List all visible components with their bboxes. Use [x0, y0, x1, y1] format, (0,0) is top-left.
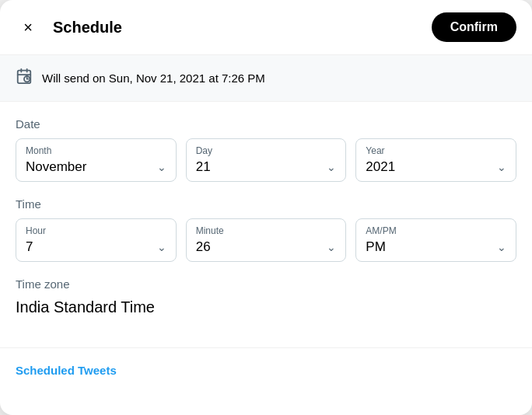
month-label: Month	[26, 145, 166, 156]
hour-value: 7	[26, 239, 33, 255]
ampm-dropdown[interactable]: AM/PM PM ⌄	[355, 218, 516, 262]
ampm-chevron-icon: ⌄	[497, 241, 506, 253]
day-label: Day	[196, 145, 337, 156]
modal-header: × Schedule Confirm	[0, 0, 532, 55]
date-section: Date Month November ⌄ Day 21 ⌄	[16, 117, 516, 182]
day-value: 21	[196, 159, 211, 175]
year-label: Year	[366, 145, 506, 156]
close-button[interactable]: ×	[16, 15, 40, 40]
timezone-label: Time zone	[16, 277, 516, 291]
header-left: × Schedule	[16, 15, 122, 40]
timezone-value: India Standard Time	[16, 298, 516, 316]
time-dropdowns: Hour 7 ⌄ Minute 26 ⌄ AM/PM	[16, 218, 516, 262]
timezone-section: Time zone India Standard Time	[16, 277, 516, 316]
day-row: 21 ⌄	[196, 159, 337, 175]
hour-dropdown[interactable]: Hour 7 ⌄	[16, 218, 177, 262]
close-icon: ×	[23, 19, 33, 37]
minute-label: Minute	[196, 225, 337, 236]
schedule-text: Will send on Sun, Nov 21, 2021 at 7:26 P…	[42, 71, 265, 85]
minute-row: 26 ⌄	[196, 239, 337, 255]
month-chevron-icon: ⌄	[157, 161, 166, 173]
calendar-clock-icon	[16, 68, 33, 89]
time-section: Time Hour 7 ⌄ Minute 26 ⌄	[16, 197, 516, 262]
day-chevron-icon: ⌄	[327, 161, 336, 173]
ampm-label: AM/PM	[366, 225, 506, 236]
modal-footer: Scheduled Tweets	[0, 347, 532, 393]
date-label: Date	[16, 117, 516, 131]
scheduled-tweets-link[interactable]: Scheduled Tweets	[16, 364, 117, 377]
month-value: November	[26, 159, 86, 175]
year-value: 2021	[366, 159, 395, 175]
day-dropdown[interactable]: Day 21 ⌄	[186, 138, 347, 182]
schedule-info-bar: Will send on Sun, Nov 21, 2021 at 7:26 P…	[0, 55, 532, 102]
confirm-button[interactable]: Confirm	[432, 12, 516, 42]
time-label: Time	[16, 197, 516, 211]
year-row: 2021 ⌄	[366, 159, 506, 175]
modal-title: Schedule	[53, 19, 122, 37]
ampm-value: PM	[366, 239, 386, 255]
schedule-modal: × Schedule Confirm Will send on Sun, Nov…	[0, 0, 532, 415]
minute-dropdown[interactable]: Minute 26 ⌄	[186, 218, 347, 262]
date-dropdowns: Month November ⌄ Day 21 ⌄ Year	[16, 138, 516, 182]
minute-value: 26	[196, 239, 211, 255]
minute-chevron-icon: ⌄	[327, 241, 336, 253]
modal-content: Date Month November ⌄ Day 21 ⌄	[0, 102, 532, 332]
year-chevron-icon: ⌄	[497, 161, 506, 173]
month-row: November ⌄	[26, 159, 166, 175]
hour-row: 7 ⌄	[26, 239, 166, 255]
hour-chevron-icon: ⌄	[157, 241, 166, 253]
ampm-row: PM ⌄	[366, 239, 506, 255]
year-dropdown[interactable]: Year 2021 ⌄	[355, 138, 516, 182]
month-dropdown[interactable]: Month November ⌄	[16, 138, 177, 182]
hour-label: Hour	[26, 225, 166, 236]
